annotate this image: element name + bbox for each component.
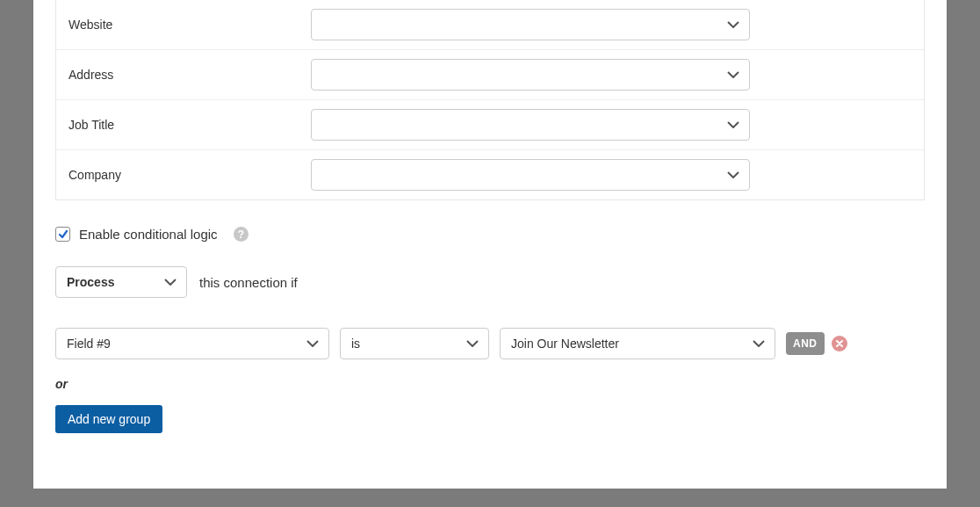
company-select[interactable]	[311, 159, 750, 191]
job-title-select[interactable]	[311, 109, 750, 141]
help-icon[interactable]: ?	[234, 227, 249, 242]
process-select[interactable]: Process	[55, 266, 187, 298]
field-map-table: Website Address	[56, 0, 924, 199]
operator-select[interactable]: is	[340, 328, 489, 359]
enable-conditional-checkbox[interactable]	[55, 227, 70, 242]
field-map-panel: Website Address	[55, 0, 925, 200]
field-label: Job Title	[56, 100, 311, 150]
enable-conditional-label: Enable conditional logic	[79, 227, 218, 242]
table-row: Address	[56, 50, 924, 100]
website-select[interactable]	[311, 9, 750, 40]
field-control-cell	[311, 50, 924, 100]
field-control-cell	[311, 0, 924, 50]
field-label: Company	[56, 150, 311, 200]
logic-text: this connection if	[199, 275, 298, 290]
field-label: Address	[56, 50, 311, 100]
select-wrapper: Process	[55, 266, 187, 298]
close-icon	[835, 339, 844, 348]
select-wrapper: is	[340, 328, 489, 359]
delete-rule-button[interactable]	[832, 336, 847, 351]
table-row: Company	[56, 150, 924, 200]
and-button[interactable]: AND	[786, 332, 825, 355]
select-wrapper: Join Our Newsletter	[500, 328, 775, 359]
add-new-group-button[interactable]: Add new group	[55, 405, 162, 433]
field-control-cell	[311, 100, 924, 150]
conditional-logic-section: Enable conditional logic ? Process this …	[55, 200, 925, 451]
select-wrapper	[311, 109, 750, 141]
enable-conditional-row: Enable conditional logic ?	[55, 227, 925, 266]
table-row: Website	[56, 0, 924, 50]
field-select[interactable]: Field #9	[55, 328, 329, 359]
select-wrapper: Field #9	[55, 328, 329, 359]
field-label: Website	[56, 0, 311, 50]
logic-row: Process this connection if	[55, 266, 925, 298]
select-wrapper	[311, 159, 750, 191]
address-select[interactable]	[311, 59, 750, 91]
field-control-cell	[311, 150, 924, 200]
svg-text:?: ?	[237, 228, 243, 241]
select-wrapper	[311, 59, 750, 91]
value-select[interactable]: Join Our Newsletter	[500, 328, 775, 359]
or-text: or	[55, 377, 925, 391]
select-wrapper	[311, 9, 750, 40]
condition-row: Field #9 is Join Our Newsletter	[55, 328, 925, 359]
table-row: Job Title	[56, 100, 924, 150]
page-wrapper: Website Address	[33, 0, 947, 489]
